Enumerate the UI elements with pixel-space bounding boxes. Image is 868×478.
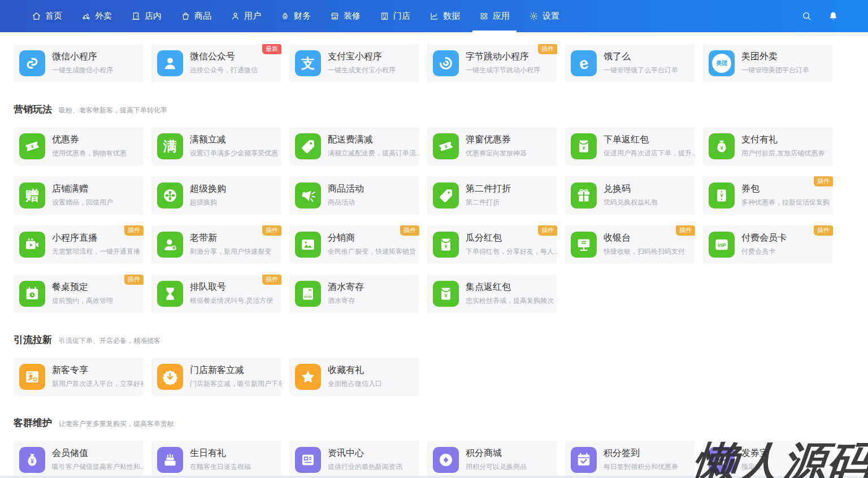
app-grid-marketing: ¥优惠券使用优惠券，购物有优惠满满额立减设置订单满多少金额享受优惠配送费满减满额…: [14, 127, 854, 313]
app-card[interactable]: ¥集点返红包忠实粉丝养成，提高复购频次: [427, 275, 557, 313]
nav-item-decorate[interactable]: 装修: [330, 0, 361, 32]
app-card-text: 满额立减设置订单满多少金额享受优惠: [190, 134, 278, 158]
app-icon-box: VIP: [709, 232, 735, 258]
svg-text:¥: ¥: [720, 193, 723, 198]
app-name: 付费会员卡: [741, 233, 787, 243]
app-icon-box: 美团: [709, 50, 735, 76]
app-card[interactable]: 兑换码凭码兑换权益礼包: [565, 176, 695, 215]
app-card[interactable]: 赠店铺满赠设置赠品，回馈用户: [14, 176, 144, 215]
app-card[interactable]: 满满额立减设置订单满多少金额享受优惠: [151, 127, 281, 166]
nav-item-apps[interactable]: 应用: [479, 0, 510, 32]
app-icon-box: [19, 50, 45, 76]
app-card[interactable]: 发券宝指定发: [703, 441, 833, 478]
app-card[interactable]: 配送费满减满额立减配送费，提高订单流...: [289, 127, 419, 166]
app-card[interactable]: 小程序直播无需繁琐流程，一键开通直播插件: [14, 225, 144, 264]
nav-item-users[interactable]: 用户: [231, 0, 261, 32]
app-card[interactable]: ¥下单返红包促进用户再次进店下单，提升...: [565, 127, 695, 166]
app-icon-box: 支: [295, 50, 321, 76]
app-card[interactable]: 收银台快捷收银，扫码枪扫码支付插件: [565, 225, 695, 264]
red-envelope-icon: ¥: [437, 236, 454, 253]
app-icon-box: [19, 281, 45, 307]
app-icon-box: [19, 364, 45, 390]
app-name: 资讯中心: [328, 448, 402, 458]
app-card[interactable]: 餐桌预定提前预约，高效管理插件: [14, 275, 144, 313]
app-icon-box: ¥: [433, 133, 459, 159]
app-card[interactable]: 资讯中心提供行业的最热新闻资讯: [289, 441, 419, 478]
bytedance-icon: [437, 55, 454, 72]
app-name: 积分商城: [466, 448, 527, 458]
app-icon-box: [295, 133, 321, 159]
red-envelope-icon: ¥: [575, 138, 592, 155]
app-card[interactable]: ¥券包多种优惠券，拉新促活促复购插件: [703, 176, 833, 215]
app-desc: 快捷收银，扫码枪扫码支付: [604, 247, 685, 257]
app-card[interactable]: 收藏有礼全面抢占微信入口: [289, 358, 419, 396]
app-card[interactable]: 分销商全民推广裂变，快速拓客销货插件: [289, 225, 419, 264]
nav-item-finance[interactable]: 财务: [280, 0, 311, 32]
app-grid-retention: ¥会员储值吸引客户储值提高客户粘性和...生日有礼在顾客生日送去祝福资讯中心提供…: [14, 441, 854, 478]
app-card[interactable]: 积分商城用积分可以兑换商品: [427, 441, 557, 478]
app-card[interactable]: 第二件打折第二件打折: [427, 176, 557, 215]
app-card-text: 超级换购超级换购: [190, 184, 226, 207]
app-card[interactable]: ¥会员储值吸引客户储值提高客户粘性和...: [14, 441, 144, 478]
app-grid-platforms: 微信小程序一键生成微信小程序微信公众号连接公众号，打通微信最新支支付宝小程序一键…: [14, 44, 854, 82]
app-card-text: 资讯中心提供行业的最热新闻资讯: [328, 448, 402, 472]
nav-item-takeout[interactable]: 外卖: [81, 0, 112, 32]
pouch-icon: ¥: [713, 138, 730, 155]
app-card[interactable]: 门店新客立减门店新客立减，吸引新用户下单: [151, 358, 281, 396]
app-card[interactable]: 微信小程序一键生成微信小程序: [14, 44, 144, 82]
app-card[interactable]: 积分签到每日签到领积分和优惠券: [565, 441, 695, 478]
app-card[interactable]: 老带新刺激分享，新用户快速裂变插件: [151, 225, 281, 264]
alipay-icon: 支: [301, 57, 315, 70]
new-user-icon: [24, 368, 41, 385]
badge-new: 最新: [262, 44, 281, 54]
app-card[interactable]: ¥优惠券使用优惠券，购物有优惠: [14, 127, 144, 166]
app-center: 微信小程序一键生成微信小程序微信公众号连接公众号，打通微信最新支支付宝小程序一键…: [0, 32, 868, 478]
app-card[interactable]: 超级换购超级换购: [151, 176, 281, 215]
app-name: 优惠券: [52, 134, 127, 145]
app-desc: 全面抢占微信入口: [328, 379, 382, 389]
notifications-button[interactable]: [828, 11, 839, 21]
app-card[interactable]: ¥弹窗优惠券优惠券定向发放神器: [427, 127, 557, 166]
app-card[interactable]: 微信公众号连接公众号，打通微信最新: [151, 44, 281, 82]
nav-item-home[interactable]: 首页: [32, 0, 62, 32]
app-desc: 使用优惠券，购物有优惠: [52, 149, 127, 158]
app-card-text: 优惠券使用优惠券，购物有优惠: [52, 134, 127, 158]
app-card[interactable]: 字节跳动小程序一键生成字节跳动小程序插件: [427, 44, 557, 82]
app-card[interactable]: ¥瓜分红包下单得红包，分享好友，每人...插件: [427, 225, 557, 264]
app-card-text: 商品活动商品活动: [328, 184, 364, 207]
nav-item-stores[interactable]: 门店: [380, 0, 410, 32]
app-card-text: 门店新客立减门店新客立减，吸引新用户下单: [190, 365, 281, 389]
app-desc: 提前预约，高效管理: [52, 296, 113, 306]
app-card[interactable]: e饿了么一键管理饿了么平台订单: [565, 44, 695, 82]
app-card[interactable]: 新客专享新用户首次进入平台，立享好礼: [14, 358, 144, 396]
app-card[interactable]: ¥支付有礼用户付款后,发放店铺优惠券: [703, 127, 833, 166]
app-card-text: 字节跳动小程序一键生成字节跳动小程序: [466, 51, 540, 75]
search-button[interactable]: [801, 11, 812, 21]
nav-item-settings[interactable]: 设置: [529, 0, 559, 32]
app-name: 新客专享: [52, 365, 144, 375]
nav-item-data[interactable]: 数据: [429, 0, 460, 32]
app-desc: 一键管理美团平台订单: [741, 66, 809, 75]
app-card-text: 第二件打折第二件打折: [466, 184, 511, 207]
cake-icon: [162, 451, 179, 468]
app-card[interactable]: VIP付费会员卡付费会员卡插件: [703, 225, 833, 264]
app-card[interactable]: 支支付宝小程序一键生成支付宝小程序: [289, 44, 419, 82]
vip-icon: VIP: [713, 236, 730, 253]
wechat-miniprogram-icon: [24, 55, 41, 72]
svg-text:¥: ¥: [444, 293, 448, 298]
app-desc: 指定发: [741, 462, 769, 472]
app-desc: 付费会员卡: [741, 247, 787, 257]
app-card[interactable]: 生日有礼在顾客生日送去祝福: [151, 441, 281, 478]
app-desc: 吸引客户储值提高客户粘性和...: [52, 462, 144, 472]
app-name: 微信小程序: [52, 51, 113, 62]
app-card[interactable]: 酒水寄存酒水寄存: [289, 275, 419, 313]
nav-item-instore[interactable]: 店内: [131, 0, 162, 32]
app-card[interactable]: 商品活动商品活动: [289, 176, 419, 215]
money-bag-icon: ¥: [24, 451, 41, 468]
app-card-text: 弹窗优惠券优惠券定向发放神器: [466, 134, 527, 158]
app-card[interactable]: 美团美团外卖一键管理美团平台订单: [703, 44, 833, 82]
badge-plugin: 插件: [262, 225, 281, 236]
app-card[interactable]: 排队取号根据餐桌情况叫号,灵活方便插件: [151, 275, 281, 313]
app-icon-box: [295, 232, 321, 258]
nav-item-goods[interactable]: 商品: [181, 0, 211, 32]
